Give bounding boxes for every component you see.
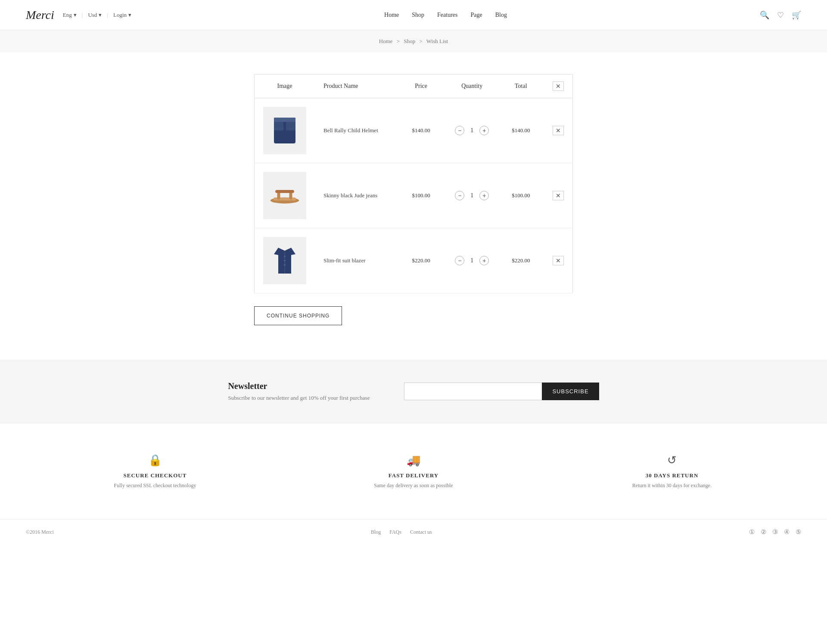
nav-page[interactable]: Page — [471, 12, 482, 19]
newsletter-desc: Subscribe to our newsletter and get 10% … — [228, 395, 370, 401]
feature-return-desc: Return it within 30 days for exchange. — [560, 482, 784, 489]
nav-shop[interactable]: Shop — [412, 12, 424, 19]
facebook-icon[interactable]: ① — [749, 528, 755, 536]
svg-rect-5 — [274, 197, 296, 200]
return-icon: ↺ — [560, 454, 784, 467]
footer-link-blog[interactable]: Blog — [371, 529, 381, 535]
footer: ©2016 Merci Blog FAQs Contact us ① ② ③ ④… — [0, 519, 827, 544]
product-image-wrap — [263, 107, 306, 154]
footer-links: Blog FAQs Contact us — [371, 529, 432, 535]
nav-features[interactable]: Features — [437, 12, 457, 19]
product-remove-cell: ✕ — [544, 98, 573, 163]
qty-value: 1 — [470, 257, 473, 264]
product-image-placeholder — [267, 111, 302, 150]
product-image-wrap — [263, 172, 306, 219]
header: Merci Eng ▾ | Usd ▾ | Login ▾ Home Shop … — [0, 0, 827, 30]
product-price-cell: $220.00 — [396, 228, 446, 293]
svg-rect-3 — [274, 118, 295, 122]
product-price-cell: $140.00 — [396, 98, 446, 163]
col-header-image: Image — [255, 75, 315, 98]
main-content: Image Product Name Price Quantity Total … — [246, 74, 581, 325]
lang-selector[interactable]: Eng — [63, 12, 72, 19]
currency-chevron[interactable]: ▾ — [99, 12, 102, 19]
product-name-cell: Slim-fit suit blazer — [315, 228, 396, 293]
feature-return: ↺ 30 DAYS RETURN Return it within 30 day… — [543, 445, 801, 498]
instagram-icon[interactable]: ③ — [772, 528, 778, 536]
col-header-price: Price — [396, 75, 446, 98]
col-header-qty: Quantity — [446, 75, 498, 98]
pinterest-icon[interactable]: ⑤ — [796, 528, 801, 536]
nav-blog[interactable]: Blog — [495, 12, 507, 19]
product-qty-cell: − 1 + — [446, 98, 498, 163]
remove-item-btn[interactable]: ✕ — [553, 256, 564, 265]
table-row: Bell Rally Child Helmet $140.00 − 1 + $1… — [255, 98, 573, 163]
footer-social: ① ② ③ ④ ⑤ — [749, 528, 801, 536]
footer-link-contact[interactable]: Contact us — [410, 529, 432, 535]
nav-home[interactable]: Home — [384, 12, 399, 19]
product-image-cell — [255, 228, 315, 293]
footer-link-faqs[interactable]: FAQs — [389, 529, 401, 535]
qty-decrease-btn[interactable]: − — [455, 126, 464, 135]
qty-decrease-btn[interactable]: − — [455, 191, 464, 200]
breadcrumb-current: Wish List — [426, 38, 448, 44]
product-image-wrap — [263, 237, 306, 284]
svg-point-13 — [284, 260, 286, 261]
footer-copyright: ©2016 Merci — [26, 529, 54, 535]
subscribe-button[interactable]: SUBSCRIBE — [542, 383, 599, 400]
breadcrumb-sep1: > — [397, 38, 400, 44]
product-image-cell — [255, 98, 315, 163]
header-controls: Eng ▾ | Usd ▾ | Login ▾ — [63, 12, 131, 19]
secure-checkout-icon: 🔒 — [43, 454, 267, 467]
qty-increase-btn[interactable]: + — [479, 191, 489, 200]
feature-delivery-desc: Same day delivery as soon as possible — [302, 482, 525, 489]
col-header-remove: ✕ — [544, 75, 573, 98]
fast-delivery-icon: 🚚 — [302, 454, 525, 467]
continue-shopping-button[interactable]: CONTINUE SHOPPING — [254, 306, 342, 325]
lang-chevron[interactable]: ▾ — [74, 12, 77, 19]
qty-decrease-btn[interactable]: − — [455, 256, 464, 265]
breadcrumb-home[interactable]: Home — [379, 38, 393, 44]
twitter-icon[interactable]: ② — [761, 528, 766, 536]
qty-control: − 1 + — [455, 191, 489, 200]
svg-point-14 — [284, 264, 286, 266]
qty-increase-btn[interactable]: + — [479, 126, 489, 135]
login-selector[interactable]: Login — [113, 12, 127, 19]
product-qty-cell: − 1 + — [446, 163, 498, 228]
feature-delivery-title: FAST DELIVERY — [302, 472, 525, 479]
product-qty-cell: − 1 + — [446, 228, 498, 293]
svg-point-12 — [284, 255, 286, 257]
actions-bar: CONTINUE SHOPPING — [254, 306, 573, 325]
product-total-cell: $140.00 — [498, 98, 544, 163]
feature-secure-title: SECURE CHECKOUT — [43, 472, 267, 479]
breadcrumb-shop[interactable]: Shop — [404, 38, 415, 44]
login-chevron[interactable]: ▾ — [128, 12, 131, 19]
qty-increase-btn[interactable]: + — [479, 256, 489, 265]
breadcrumb-bar: Home > Shop > Wish List — [0, 30, 827, 53]
skype-icon[interactable]: ④ — [784, 528, 790, 536]
remove-item-btn[interactable]: ✕ — [553, 191, 564, 200]
header-left: Merci Eng ▾ | Usd ▾ | Login ▾ — [26, 8, 131, 22]
newsletter-email-input[interactable] — [404, 383, 542, 400]
product-total-cell: $220.00 — [498, 228, 544, 293]
wishlist-icon[interactable]: ♡ — [777, 10, 784, 20]
newsletter-text: Newsletter Subscribe to our newsletter a… — [228, 381, 370, 401]
logo[interactable]: Merci — [26, 8, 54, 22]
currency-selector[interactable]: Usd — [88, 12, 97, 19]
header-icons: 🔍 ♡ 🛒 — [760, 10, 801, 20]
wishlist-table: Image Product Name Price Quantity Total … — [254, 74, 573, 293]
qty-control: − 1 + — [455, 126, 489, 135]
search-icon[interactable]: 🔍 — [760, 10, 769, 20]
remove-all-btn[interactable]: ✕ — [553, 81, 564, 91]
table-row: Skinny black Jude jeans $100.00 − 1 + $1… — [255, 163, 573, 228]
feature-secure-desc: Fully secured SSL checkout technology — [43, 482, 267, 489]
feature-secure: 🔒 SECURE CHECKOUT Fully secured SSL chec… — [26, 445, 284, 498]
cart-icon[interactable]: 🛒 — [792, 10, 801, 20]
feature-delivery: 🚚 FAST DELIVERY Same day delivery as soo… — [284, 445, 543, 498]
remove-item-btn[interactable]: ✕ — [553, 126, 564, 135]
product-name-cell: Bell Rally Child Helmet — [315, 98, 396, 163]
col-header-name: Product Name — [315, 75, 396, 98]
newsletter-section: Newsletter Subscribe to our newsletter a… — [0, 360, 827, 423]
product-image-cell — [255, 163, 315, 228]
sep1: | — [82, 12, 83, 19]
breadcrumb-sep2: > — [419, 38, 422, 44]
